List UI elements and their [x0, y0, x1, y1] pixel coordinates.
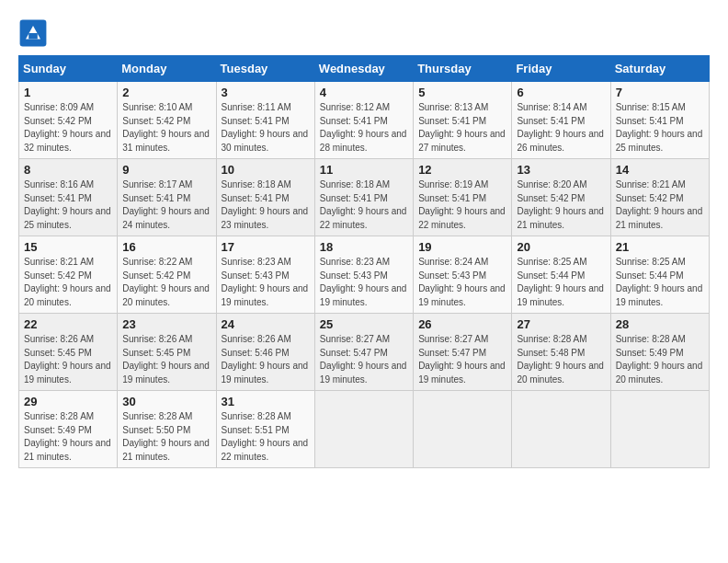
calendar-week-row: 22 Sunrise: 8:26 AM Sunset: 5:45 PM Dayl… [19, 314, 710, 391]
day-cell-content: Sunrise: 8:27 AM Sunset: 5:47 PM Dayligh… [418, 333, 506, 386]
day-cell-content: Sunrise: 8:28 AM Sunset: 5:49 PM Dayligh… [616, 333, 704, 386]
day-number: 22 [24, 317, 112, 331]
svg-rect-2 [28, 33, 38, 39]
calendar-day-cell: 18 Sunrise: 8:23 AM Sunset: 5:43 PM Dayl… [314, 236, 413, 314]
day-cell-content: Sunrise: 8:18 AM Sunset: 5:41 PM Dayligh… [222, 178, 310, 232]
calendar-day-cell: 17 Sunrise: 8:23 AM Sunset: 5:43 PM Dayl… [216, 236, 314, 314]
calendar-day-cell: 6 Sunrise: 8:14 AM Sunset: 5:41 PM Dayli… [512, 82, 610, 159]
day-number: 4 [320, 86, 408, 99]
day-number: 2 [122, 86, 210, 99]
day-cell-content: Sunrise: 8:12 AM Sunset: 5:41 PM Dayligh… [320, 101, 408, 155]
day-number: 17 [222, 240, 310, 254]
day-number: 23 [122, 317, 210, 331]
day-number: 25 [320, 317, 408, 331]
calendar-day-cell: 12 Sunrise: 8:19 AM Sunset: 5:41 PM Dayl… [414, 159, 512, 236]
page-container: SundayMondayTuesdayWednesdayThursdayFrid… [18, 18, 710, 468]
calendar-day-cell: 10 Sunrise: 8:18 AM Sunset: 5:41 PM Dayl… [216, 159, 314, 236]
calendar-week-row: 29 Sunrise: 8:28 AM Sunset: 5:49 PM Dayl… [19, 391, 710, 468]
calendar-day-cell: 2 Sunrise: 8:10 AM Sunset: 5:42 PM Dayli… [118, 82, 216, 159]
calendar-day-cell: 30 Sunrise: 8:28 AM Sunset: 5:50 PM Dayl… [118, 391, 216, 468]
day-cell-content: Sunrise: 8:19 AM Sunset: 5:41 PM Dayligh… [418, 178, 506, 232]
calendar-day-cell: 15 Sunrise: 8:21 AM Sunset: 5:42 PM Dayl… [19, 236, 118, 314]
calendar-day-cell: 29 Sunrise: 8:28 AM Sunset: 5:49 PM Dayl… [19, 391, 118, 468]
day-cell-content: Sunrise: 8:21 AM Sunset: 5:42 PM Dayligh… [616, 178, 704, 232]
day-number: 7 [616, 86, 704, 99]
calendar-day-cell: 7 Sunrise: 8:15 AM Sunset: 5:41 PM Dayli… [610, 82, 709, 159]
day-cell-content: Sunrise: 8:28 AM Sunset: 5:48 PM Dayligh… [517, 333, 605, 386]
weekday-header-tuesday: Tuesday [216, 56, 314, 82]
logo-icon [18, 18, 48, 48]
calendar-day-cell: 21 Sunrise: 8:25 AM Sunset: 5:44 PM Dayl… [610, 236, 709, 314]
day-cell-content: Sunrise: 8:15 AM Sunset: 5:41 PM Dayligh… [616, 101, 704, 155]
day-number: 27 [517, 317, 605, 331]
calendar-day-cell: 23 Sunrise: 8:26 AM Sunset: 5:45 PM Dayl… [118, 314, 216, 391]
day-cell-content: Sunrise: 8:26 AM Sunset: 5:46 PM Dayligh… [222, 333, 310, 386]
day-cell-content: Sunrise: 8:28 AM Sunset: 5:51 PM Dayligh… [222, 410, 310, 464]
day-cell-content: Sunrise: 8:10 AM Sunset: 5:42 PM Dayligh… [122, 101, 210, 155]
calendar-day-cell: 31 Sunrise: 8:28 AM Sunset: 5:51 PM Dayl… [216, 391, 314, 468]
day-cell-content: Sunrise: 8:23 AM Sunset: 5:43 PM Dayligh… [320, 256, 408, 309]
calendar-day-cell: 16 Sunrise: 8:22 AM Sunset: 5:42 PM Dayl… [118, 236, 216, 314]
day-cell-content: Sunrise: 8:24 AM Sunset: 5:43 PM Dayligh… [418, 256, 506, 309]
day-cell-content: Sunrise: 8:13 AM Sunset: 5:41 PM Dayligh… [418, 101, 506, 155]
calendar-day-cell [512, 391, 610, 468]
day-cell-content: Sunrise: 8:17 AM Sunset: 5:41 PM Dayligh… [122, 178, 210, 232]
calendar-day-cell: 11 Sunrise: 8:18 AM Sunset: 5:41 PM Dayl… [314, 159, 413, 236]
day-cell-content: Sunrise: 8:21 AM Sunset: 5:42 PM Dayligh… [24, 256, 112, 309]
header [18, 18, 710, 48]
calendar-day-cell: 9 Sunrise: 8:17 AM Sunset: 5:41 PM Dayli… [118, 159, 216, 236]
day-number: 26 [418, 317, 506, 331]
calendar-day-cell: 3 Sunrise: 8:11 AM Sunset: 5:41 PM Dayli… [216, 82, 314, 159]
day-cell-content: Sunrise: 8:22 AM Sunset: 5:42 PM Dayligh… [122, 256, 210, 309]
calendar-day-cell: 5 Sunrise: 8:13 AM Sunset: 5:41 PM Dayli… [414, 82, 512, 159]
day-number: 11 [320, 163, 408, 177]
day-number: 12 [418, 163, 506, 177]
calendar-day-cell: 28 Sunrise: 8:28 AM Sunset: 5:49 PM Dayl… [610, 314, 709, 391]
day-cell-content: Sunrise: 8:11 AM Sunset: 5:41 PM Dayligh… [222, 101, 310, 155]
calendar-day-cell: 13 Sunrise: 8:20 AM Sunset: 5:42 PM Dayl… [512, 159, 610, 236]
weekday-header-thursday: Thursday [414, 56, 512, 82]
day-number: 19 [418, 240, 506, 254]
logo [18, 18, 51, 48]
calendar-day-cell: 1 Sunrise: 8:09 AM Sunset: 5:42 PM Dayli… [19, 82, 118, 159]
day-cell-content: Sunrise: 8:23 AM Sunset: 5:43 PM Dayligh… [222, 256, 310, 309]
day-cell-content: Sunrise: 8:25 AM Sunset: 5:44 PM Dayligh… [616, 256, 704, 309]
calendar-day-cell: 27 Sunrise: 8:28 AM Sunset: 5:48 PM Dayl… [512, 314, 610, 391]
weekday-header-sunday: Sunday [19, 56, 118, 82]
calendar-day-cell: 22 Sunrise: 8:26 AM Sunset: 5:45 PM Dayl… [19, 314, 118, 391]
calendar-day-cell: 20 Sunrise: 8:25 AM Sunset: 5:44 PM Dayl… [512, 236, 610, 314]
weekday-header-monday: Monday [118, 56, 216, 82]
day-number: 30 [122, 395, 210, 408]
day-number: 5 [418, 86, 506, 99]
day-number: 13 [517, 163, 605, 177]
calendar-day-cell [414, 391, 512, 468]
day-cell-content: Sunrise: 8:28 AM Sunset: 5:50 PM Dayligh… [122, 410, 210, 464]
day-number: 14 [616, 163, 704, 177]
day-cell-content: Sunrise: 8:14 AM Sunset: 5:41 PM Dayligh… [517, 101, 605, 155]
calendar-day-cell [314, 391, 413, 468]
calendar-day-cell: 4 Sunrise: 8:12 AM Sunset: 5:41 PM Dayli… [314, 82, 413, 159]
calendar-day-cell [610, 391, 709, 468]
day-cell-content: Sunrise: 8:09 AM Sunset: 5:42 PM Dayligh… [24, 101, 112, 155]
day-number: 24 [222, 317, 310, 331]
day-cell-content: Sunrise: 8:28 AM Sunset: 5:49 PM Dayligh… [24, 410, 112, 464]
day-number: 18 [320, 240, 408, 254]
day-number: 10 [222, 163, 310, 177]
calendar-day-cell: 24 Sunrise: 8:26 AM Sunset: 5:46 PM Dayl… [216, 314, 314, 391]
calendar-day-cell: 26 Sunrise: 8:27 AM Sunset: 5:47 PM Dayl… [414, 314, 512, 391]
calendar-day-cell: 8 Sunrise: 8:16 AM Sunset: 5:41 PM Dayli… [19, 159, 118, 236]
day-number: 20 [517, 240, 605, 254]
weekday-header-wednesday: Wednesday [314, 56, 413, 82]
day-number: 15 [24, 240, 112, 254]
day-cell-content: Sunrise: 8:20 AM Sunset: 5:42 PM Dayligh… [517, 178, 605, 232]
day-cell-content: Sunrise: 8:26 AM Sunset: 5:45 PM Dayligh… [122, 333, 210, 386]
day-number: 28 [616, 317, 704, 331]
day-cell-content: Sunrise: 8:16 AM Sunset: 5:41 PM Dayligh… [24, 178, 112, 232]
calendar-day-cell: 25 Sunrise: 8:27 AM Sunset: 5:47 PM Dayl… [314, 314, 413, 391]
day-number: 16 [122, 240, 210, 254]
day-number: 9 [122, 163, 210, 177]
day-cell-content: Sunrise: 8:26 AM Sunset: 5:45 PM Dayligh… [24, 333, 112, 386]
day-cell-content: Sunrise: 8:18 AM Sunset: 5:41 PM Dayligh… [320, 178, 408, 232]
day-number: 8 [24, 163, 112, 177]
calendar-week-row: 8 Sunrise: 8:16 AM Sunset: 5:41 PM Dayli… [19, 159, 710, 236]
